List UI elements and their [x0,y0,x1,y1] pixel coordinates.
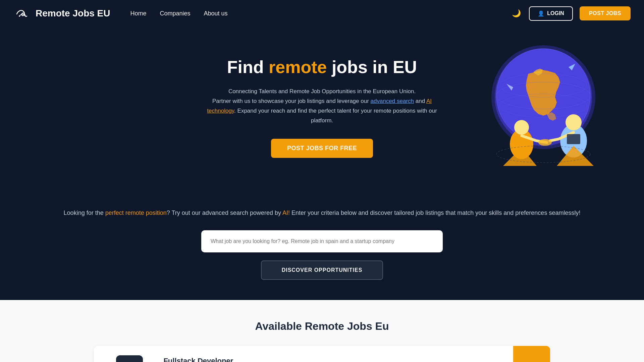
login-button[interactable]: 👤 LOGIN [529,6,573,21]
company-logo-wrap: Remotejobs.com Remotejobseu Showcase [105,355,154,362]
nav-right: 🌙 👤 LOGIN POST JOBS [510,6,631,21]
hero-desc: Connecting Talents and Remote Job Opport… [205,87,439,126]
svg-point-2 [24,15,25,16]
theme-toggle-button[interactable]: 🌙 [510,7,522,19]
user-icon: 👤 [538,10,544,17]
hero-desc-suffix: . Expand your reach and find the perfect… [234,108,437,124]
company-logo: Remotejobs.com [116,355,143,362]
job-card: Remotejobs.com Remotejobseu Showcase Ful… [94,346,550,362]
search-section: Looking for the perfect remote position?… [0,188,644,300]
search-desc-suffix: Enter your criteria below and discover t… [290,209,580,216]
search-input[interactable] [203,232,441,251]
svg-rect-20 [116,355,143,362]
discover-opportunities-button[interactable]: DISCOVER OPPORTUNITIES [261,260,383,280]
nav-link-about[interactable]: About us [204,10,228,17]
hero-advanced-search-link[interactable]: advanced search [371,98,414,104]
hero-illustration [470,34,617,174]
hero-title: Find remote jobs in EU [205,57,439,77]
jobs-section-title: Available Remote Jobs Eu [94,320,550,333]
search-description: Looking for the perfect remote position?… [40,208,604,218]
read-more-button[interactable]: READ MORE [513,346,550,362]
job-title: Fullstack Developer [163,357,502,362]
jobs-section: Available Remote Jobs Eu Remotejobs.com … [0,300,644,362]
search-highlight1: perfect remote position [105,209,167,216]
search-highlight2: AI! [282,209,290,216]
search-box [201,230,443,252]
hero-title-suffix: jobs in EU [327,57,417,77]
search-desc-mid: ? Try out our advanced search powered by [167,209,282,216]
post-jobs-nav-button[interactable]: POST JOBS [580,6,631,20]
svg-point-14 [566,114,582,130]
hero-section: Find remote jobs in EU Connecting Talent… [0,27,644,188]
svg-rect-18 [567,134,580,144]
moon-icon: 🌙 [512,9,521,18]
login-label: LOGIN [547,10,564,16]
hero-desc-mid: and [414,98,426,104]
nav-link-companies[interactable]: Companies [160,10,191,17]
svg-point-1 [19,15,20,17]
nav-logo[interactable]: Remote Jobs EU [13,5,110,22]
hero-title-highlight: remote [269,57,327,77]
nav-link-home[interactable]: Home [130,10,147,17]
svg-point-12 [514,120,529,135]
nav-logo-text: Remote Jobs EU [36,8,110,19]
job-info: Fullstack Developer 🕐 5 days ago € €100k… [163,357,502,362]
hero-title-prefix: Find [227,57,269,77]
nav-links: Home Companies About us [130,10,228,17]
svg-point-15 [538,139,552,146]
navbar: Remote Jobs EU Home Companies About us 🌙… [0,0,644,27]
job-card-body: Remotejobs.com Remotejobseu Showcase Ful… [94,346,513,362]
hero-content: Find remote jobs in EU Connecting Talent… [205,57,439,158]
hero-desc-line2-prefix: Partner with us to showcase your job lis… [212,98,371,104]
hero-desc-line1: Connecting Talents and Remote Job Opport… [228,88,416,95]
post-jobs-hero-button[interactable]: POST JOBS FOR FREE [271,139,373,158]
search-desc-prefix: Looking for the [64,209,105,216]
